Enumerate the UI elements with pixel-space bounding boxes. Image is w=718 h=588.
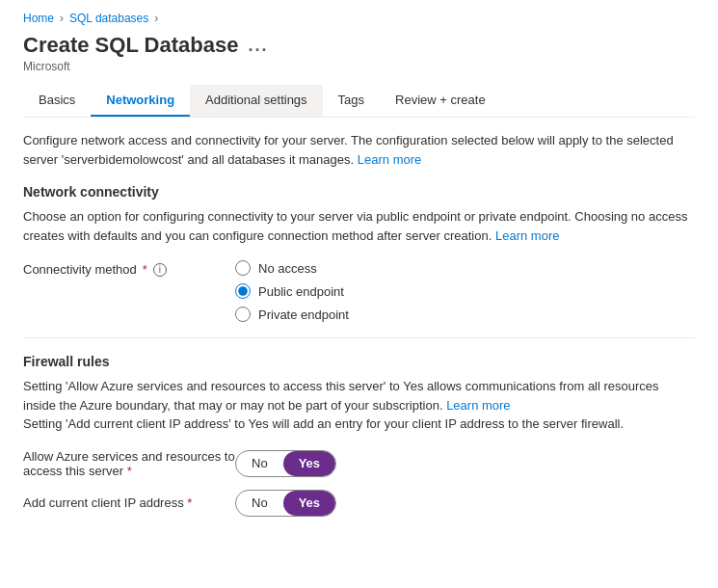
learn-more-link-2[interactable]: Learn more xyxy=(495,228,559,243)
breadcrumb: Home › SQL databases › xyxy=(23,12,695,25)
tab-additional-settings[interactable]: Additional settings xyxy=(190,85,323,117)
firewall-section-desc: Setting 'Allow Azure services and resour… xyxy=(23,377,695,434)
page-title: Create SQL Database xyxy=(23,33,238,58)
add-client-ip-toggle[interactable]: No Yes xyxy=(235,490,336,517)
add-client-ip-row: Add current client IP address * No Yes xyxy=(23,490,695,517)
page-subtitle: Microsoft xyxy=(23,60,695,73)
tab-tags[interactable]: Tags xyxy=(323,85,380,117)
connectivity-section-desc: Choose an option for configuring connect… xyxy=(23,207,695,245)
allow-azure-toggle[interactable]: No Yes xyxy=(235,450,336,477)
connectivity-required: * xyxy=(143,262,147,277)
radio-private-endpoint[interactable]: Private endpoint xyxy=(235,307,349,322)
page-title-more[interactable]: ... xyxy=(248,36,268,56)
add-client-ip-yes-btn[interactable]: Yes xyxy=(283,491,335,516)
radio-public-endpoint[interactable]: Public endpoint xyxy=(235,283,349,299)
firewall-section-title: Firewall rules xyxy=(23,354,695,369)
breadcrumb-home[interactable]: Home xyxy=(23,12,54,25)
radio-private-endpoint-input[interactable] xyxy=(235,307,251,322)
connectivity-section-title: Network connectivity xyxy=(23,184,695,200)
radio-no-access-input[interactable] xyxy=(235,260,251,276)
allow-azure-row: Allow Azure services and resources to ac… xyxy=(23,449,695,478)
add-client-ip-label: Add current client IP address * xyxy=(23,495,235,510)
allow-azure-yes-btn[interactable]: Yes xyxy=(283,451,335,476)
connectivity-info-icon[interactable]: i xyxy=(153,263,167,277)
breadcrumb-sep-1: › xyxy=(60,12,64,25)
page-title-row: Create SQL Database ... xyxy=(23,33,695,58)
radio-no-access[interactable]: No access xyxy=(235,260,349,276)
tab-bar: Basics Networking Additional settings Ta… xyxy=(23,85,695,118)
tab-networking[interactable]: Networking xyxy=(91,85,190,117)
section-divider xyxy=(23,337,695,338)
firewall-learn-more[interactable]: Learn more xyxy=(446,398,510,413)
connectivity-method-label: Connectivity method * i xyxy=(23,260,235,277)
allow-azure-required: * xyxy=(127,464,132,478)
tab-basics[interactable]: Basics xyxy=(23,85,91,117)
add-client-ip-required: * xyxy=(187,495,192,510)
connectivity-radio-group: No access Public endpoint Private endpoi… xyxy=(235,260,349,322)
radio-public-endpoint-input[interactable] xyxy=(235,283,251,299)
breadcrumb-sql-databases[interactable]: SQL databases xyxy=(69,12,148,25)
allow-azure-no-btn[interactable]: No xyxy=(236,451,283,476)
learn-more-link-1[interactable]: Learn more xyxy=(358,152,421,167)
connectivity-method-row: Connectivity method * i No access Public… xyxy=(23,260,695,322)
allow-azure-label: Allow Azure services and resources to ac… xyxy=(23,449,235,478)
networking-description: Configure network access and connectivit… xyxy=(23,131,695,169)
breadcrumb-sep-2: › xyxy=(154,12,158,25)
add-client-ip-no-btn[interactable]: No xyxy=(236,491,283,516)
tab-review-create[interactable]: Review + create xyxy=(380,85,501,117)
